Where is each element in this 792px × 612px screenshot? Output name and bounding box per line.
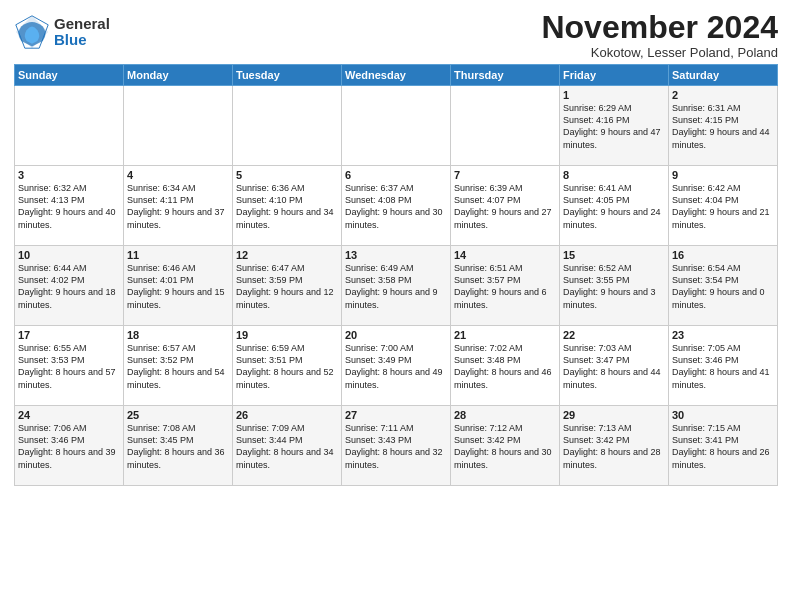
day-info: Sunrise: 6:54 AMSunset: 3:54 PMDaylight:… <box>672 262 774 311</box>
calendar-cell: 30Sunrise: 7:15 AMSunset: 3:41 PMDayligh… <box>669 406 778 486</box>
day-number: 12 <box>236 249 338 261</box>
day-info: Sunrise: 7:05 AMSunset: 3:46 PMDaylight:… <box>672 342 774 391</box>
day-number: 21 <box>454 329 556 341</box>
day-info: Sunrise: 7:11 AMSunset: 3:43 PMDaylight:… <box>345 422 447 471</box>
day-number: 2 <box>672 89 774 101</box>
day-info: Sunrise: 6:49 AMSunset: 3:58 PMDaylight:… <box>345 262 447 311</box>
day-info: Sunrise: 6:39 AMSunset: 4:07 PMDaylight:… <box>454 182 556 231</box>
calendar-header: Sunday Monday Tuesday Wednesday Thursday… <box>15 65 778 86</box>
header-wednesday: Wednesday <box>342 65 451 86</box>
calendar-cell: 3Sunrise: 6:32 AMSunset: 4:13 PMDaylight… <box>15 166 124 246</box>
header-thursday: Thursday <box>451 65 560 86</box>
week-row-1: 3Sunrise: 6:32 AMSunset: 4:13 PMDaylight… <box>15 166 778 246</box>
day-number: 15 <box>563 249 665 261</box>
day-info: Sunrise: 6:41 AMSunset: 4:05 PMDaylight:… <box>563 182 665 231</box>
calendar-cell <box>124 86 233 166</box>
logo-icon <box>14 14 50 50</box>
day-number: 29 <box>563 409 665 421</box>
main-container: General Blue November 2024 Kokotow, Less… <box>0 0 792 612</box>
day-number: 28 <box>454 409 556 421</box>
calendar-cell: 20Sunrise: 7:00 AMSunset: 3:49 PMDayligh… <box>342 326 451 406</box>
day-number: 5 <box>236 169 338 181</box>
calendar-cell: 5Sunrise: 6:36 AMSunset: 4:10 PMDaylight… <box>233 166 342 246</box>
day-info: Sunrise: 6:42 AMSunset: 4:04 PMDaylight:… <box>672 182 774 231</box>
day-info: Sunrise: 7:02 AMSunset: 3:48 PMDaylight:… <box>454 342 556 391</box>
day-number: 24 <box>18 409 120 421</box>
day-number: 18 <box>127 329 229 341</box>
header-friday: Friday <box>560 65 669 86</box>
day-number: 9 <box>672 169 774 181</box>
calendar-cell <box>451 86 560 166</box>
calendar-cell: 6Sunrise: 6:37 AMSunset: 4:08 PMDaylight… <box>342 166 451 246</box>
day-number: 10 <box>18 249 120 261</box>
calendar-cell: 4Sunrise: 6:34 AMSunset: 4:11 PMDaylight… <box>124 166 233 246</box>
day-info: Sunrise: 6:31 AMSunset: 4:15 PMDaylight:… <box>672 102 774 151</box>
calendar-cell: 10Sunrise: 6:44 AMSunset: 4:02 PMDayligh… <box>15 246 124 326</box>
day-number: 20 <box>345 329 447 341</box>
day-info: Sunrise: 7:09 AMSunset: 3:44 PMDaylight:… <box>236 422 338 471</box>
day-info: Sunrise: 6:47 AMSunset: 3:59 PMDaylight:… <box>236 262 338 311</box>
day-number: 27 <box>345 409 447 421</box>
day-info: Sunrise: 6:52 AMSunset: 3:55 PMDaylight:… <box>563 262 665 311</box>
calendar-cell: 11Sunrise: 6:46 AMSunset: 4:01 PMDayligh… <box>124 246 233 326</box>
day-info: Sunrise: 7:06 AMSunset: 3:46 PMDaylight:… <box>18 422 120 471</box>
day-info: Sunrise: 6:36 AMSunset: 4:10 PMDaylight:… <box>236 182 338 231</box>
day-number: 26 <box>236 409 338 421</box>
day-number: 25 <box>127 409 229 421</box>
day-number: 7 <box>454 169 556 181</box>
day-info: Sunrise: 7:12 AMSunset: 3:42 PMDaylight:… <box>454 422 556 471</box>
day-info: Sunrise: 6:51 AMSunset: 3:57 PMDaylight:… <box>454 262 556 311</box>
day-number: 22 <box>563 329 665 341</box>
header: General Blue November 2024 Kokotow, Less… <box>14 10 778 60</box>
day-info: Sunrise: 6:44 AMSunset: 4:02 PMDaylight:… <box>18 262 120 311</box>
calendar-cell: 9Sunrise: 6:42 AMSunset: 4:04 PMDaylight… <box>669 166 778 246</box>
calendar-cell: 15Sunrise: 6:52 AMSunset: 3:55 PMDayligh… <box>560 246 669 326</box>
calendar-cell: 18Sunrise: 6:57 AMSunset: 3:52 PMDayligh… <box>124 326 233 406</box>
calendar-cell: 16Sunrise: 6:54 AMSunset: 3:54 PMDayligh… <box>669 246 778 326</box>
calendar-body: 1Sunrise: 6:29 AMSunset: 4:16 PMDaylight… <box>15 86 778 486</box>
logo: General Blue <box>14 14 110 50</box>
week-row-4: 24Sunrise: 7:06 AMSunset: 3:46 PMDayligh… <box>15 406 778 486</box>
calendar-cell: 24Sunrise: 7:06 AMSunset: 3:46 PMDayligh… <box>15 406 124 486</box>
calendar-cell: 21Sunrise: 7:02 AMSunset: 3:48 PMDayligh… <box>451 326 560 406</box>
day-number: 8 <box>563 169 665 181</box>
calendar-cell: 2Sunrise: 6:31 AMSunset: 4:15 PMDaylight… <box>669 86 778 166</box>
header-sunday: Sunday <box>15 65 124 86</box>
calendar-cell: 25Sunrise: 7:08 AMSunset: 3:45 PMDayligh… <box>124 406 233 486</box>
calendar-cell: 28Sunrise: 7:12 AMSunset: 3:42 PMDayligh… <box>451 406 560 486</box>
week-row-0: 1Sunrise: 6:29 AMSunset: 4:16 PMDaylight… <box>15 86 778 166</box>
calendar-cell: 29Sunrise: 7:13 AMSunset: 3:42 PMDayligh… <box>560 406 669 486</box>
header-row: Sunday Monday Tuesday Wednesday Thursday… <box>15 65 778 86</box>
day-number: 3 <box>18 169 120 181</box>
calendar-cell: 27Sunrise: 7:11 AMSunset: 3:43 PMDayligh… <box>342 406 451 486</box>
title-block: November 2024 Kokotow, Lesser Poland, Po… <box>541 10 778 60</box>
week-row-3: 17Sunrise: 6:55 AMSunset: 3:53 PMDayligh… <box>15 326 778 406</box>
calendar-cell: 14Sunrise: 6:51 AMSunset: 3:57 PMDayligh… <box>451 246 560 326</box>
calendar-cell: 22Sunrise: 7:03 AMSunset: 3:47 PMDayligh… <box>560 326 669 406</box>
day-info: Sunrise: 7:00 AMSunset: 3:49 PMDaylight:… <box>345 342 447 391</box>
calendar-cell: 19Sunrise: 6:59 AMSunset: 3:51 PMDayligh… <box>233 326 342 406</box>
header-saturday: Saturday <box>669 65 778 86</box>
calendar-cell: 17Sunrise: 6:55 AMSunset: 3:53 PMDayligh… <box>15 326 124 406</box>
calendar-cell: 1Sunrise: 6:29 AMSunset: 4:16 PMDaylight… <box>560 86 669 166</box>
day-info: Sunrise: 7:13 AMSunset: 3:42 PMDaylight:… <box>563 422 665 471</box>
header-tuesday: Tuesday <box>233 65 342 86</box>
calendar-cell: 26Sunrise: 7:09 AMSunset: 3:44 PMDayligh… <box>233 406 342 486</box>
day-number: 16 <box>672 249 774 261</box>
day-info: Sunrise: 7:15 AMSunset: 3:41 PMDaylight:… <box>672 422 774 471</box>
day-number: 4 <box>127 169 229 181</box>
week-row-2: 10Sunrise: 6:44 AMSunset: 4:02 PMDayligh… <box>15 246 778 326</box>
logo-general: General <box>54 16 110 33</box>
logo-blue: Blue <box>54 32 110 49</box>
day-number: 14 <box>454 249 556 261</box>
month-title: November 2024 <box>541 10 778 45</box>
day-info: Sunrise: 7:08 AMSunset: 3:45 PMDaylight:… <box>127 422 229 471</box>
day-number: 6 <box>345 169 447 181</box>
day-number: 1 <box>563 89 665 101</box>
calendar-cell <box>233 86 342 166</box>
calendar-cell: 23Sunrise: 7:05 AMSunset: 3:46 PMDayligh… <box>669 326 778 406</box>
location: Kokotow, Lesser Poland, Poland <box>541 45 778 60</box>
day-info: Sunrise: 6:34 AMSunset: 4:11 PMDaylight:… <box>127 182 229 231</box>
day-info: Sunrise: 6:29 AMSunset: 4:16 PMDaylight:… <box>563 102 665 151</box>
calendar-cell: 12Sunrise: 6:47 AMSunset: 3:59 PMDayligh… <box>233 246 342 326</box>
